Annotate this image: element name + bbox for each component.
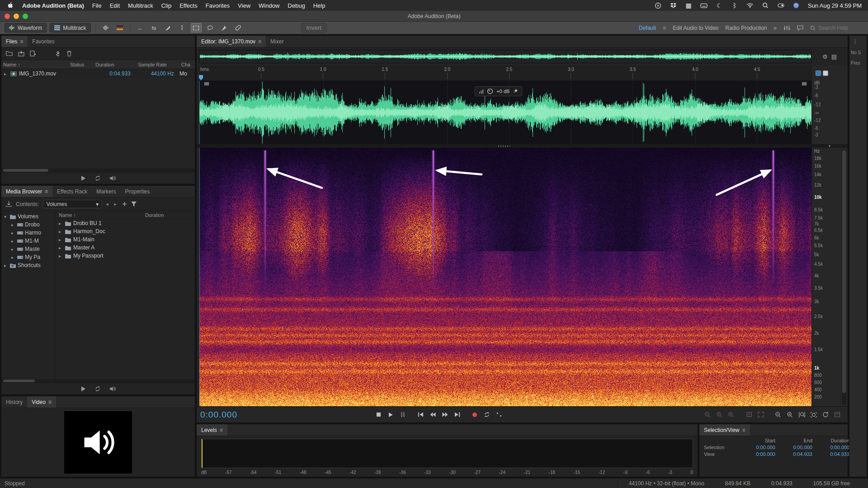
play-button[interactable] <box>385 410 396 419</box>
column-sample-rate[interactable]: Sample Rate <box>136 62 179 67</box>
stop-button[interactable] <box>373 410 384 419</box>
menubar-app-name[interactable]: Adobe Audition (Beta) <box>22 2 84 9</box>
splitter-grip[interactable] <box>498 145 510 147</box>
pause-button[interactable] <box>397 410 409 419</box>
skip-to-start-button[interactable] <box>415 410 426 419</box>
media-list-item[interactable]: ▸ Drobo BU 1 <box>55 219 195 227</box>
selection-handle-left[interactable] <box>204 82 209 86</box>
window-grid-icon[interactable]: ▦ <box>685 2 693 9</box>
preview-play-button[interactable] <box>81 386 85 391</box>
tree-item-volume[interactable]: ▸ Maste <box>1 245 55 253</box>
search-help-field[interactable] <box>810 25 863 31</box>
waveform-display[interactable]: +0 dB <box>199 81 811 144</box>
disclosure-icon[interactable]: ▸ <box>4 263 8 268</box>
workspace-item[interactable]: Edit Audio to Video <box>673 25 718 31</box>
playhead-marker[interactable] <box>199 75 203 80</box>
panel-menu-icon[interactable]: ≡ <box>220 427 223 433</box>
tab-favorites[interactable]: Favorites <box>28 36 59 47</box>
disclosure-icon[interactable]: ▸ <box>11 255 15 260</box>
timeline-ruler[interactable]: hms 0.51.01.52.02.53.03.54.04.5 <box>199 66 811 81</box>
menubar-menu-item[interactable]: Favorites <box>206 2 230 9</box>
list-column-duration[interactable]: Duration <box>145 212 195 218</box>
tree-item-volume[interactable]: ▸ My Pa <box>1 253 55 261</box>
keyboard-icon[interactable] <box>700 2 708 9</box>
preview-loop-button[interactable] <box>94 176 101 181</box>
close-window-button[interactable] <box>5 14 10 19</box>
spectrogram-display[interactable] <box>199 148 811 406</box>
import-icon[interactable] <box>6 201 12 207</box>
disclosure-icon[interactable]: ▸ <box>11 239 15 244</box>
control-center-icon[interactable] <box>777 2 785 9</box>
siri-icon[interactable] <box>793 2 800 9</box>
menubar-menu-item[interactable]: Help <box>313 2 326 9</box>
disclosure-icon[interactable]: ▸ <box>59 229 63 234</box>
disclosure-icon[interactable]: ▸ <box>4 71 8 76</box>
zoom-selection-button[interactable] <box>726 410 736 419</box>
panel-menu-icon[interactable]: ≡ <box>20 38 23 45</box>
column-name[interactable]: Name ↑ <box>1 62 68 67</box>
zoom-reset-button[interactable] <box>744 410 754 419</box>
trash-icon[interactable] <box>66 51 72 56</box>
tab-editor[interactable]: Editor: IMG_1370.mov≡ <box>197 36 266 47</box>
skip-to-end-button[interactable] <box>452 410 463 419</box>
tab-video[interactable]: Video≡ <box>27 396 56 408</box>
collapsed-panel-label[interactable]: No S <box>851 50 861 55</box>
list-column-name[interactable]: Name ↑ <box>59 212 145 218</box>
tab-selection-view[interactable]: Selection/View≡ <box>699 424 750 436</box>
panel-layout-icon[interactable]: ▤ <box>831 53 837 60</box>
panel-menu-icon[interactable]: ≡ <box>48 399 52 405</box>
sv-selection-start[interactable]: 0:00.000 <box>738 445 775 450</box>
preview-autoplay-button[interactable] <box>110 386 116 391</box>
zoom-out-time-button[interactable] <box>808 410 819 419</box>
slip-tool-icon[interactable]: ⇆ <box>149 23 160 33</box>
file-row[interactable]: ▸ IMG_1370.mov 0:04.933 44100 Hz Mo <box>1 69 195 78</box>
zoom-preset-button[interactable] <box>832 410 842 419</box>
video-frame[interactable] <box>64 411 132 474</box>
record-button[interactable] <box>469 410 481 419</box>
selection-handle-right[interactable] <box>802 82 807 86</box>
panel-tab[interactable]: Markers <box>92 186 120 197</box>
sv-view-duration[interactable]: 0:04.933 <box>812 451 849 457</box>
disclosure-icon[interactable]: ▸ <box>59 245 63 250</box>
tree-item-shortcuts[interactable]: ▸ Shortcuts <box>1 261 55 269</box>
disclosure-icon[interactable]: ▸ <box>59 253 63 258</box>
panel-menu-icon[interactable]: ≡ <box>45 188 48 195</box>
media-list-item[interactable]: ▸ M1-Main <box>55 235 195 244</box>
wifi-icon[interactable] <box>746 2 754 9</box>
refresh-view-button[interactable] <box>820 410 830 419</box>
sv-view-end[interactable]: 0:04.933 <box>775 451 812 457</box>
tree-item-volumes[interactable]: ▾ Volumes <box>1 212 55 221</box>
menubar-menu-item[interactable]: Debug <box>288 2 305 9</box>
menubar-menu-item[interactable]: View <box>238 2 250 9</box>
disclosure-icon[interactable]: ▾ <box>4 214 8 219</box>
zoom-window-button[interactable] <box>23 14 28 19</box>
sv-view-start[interactable]: 0:00.000 <box>738 451 775 457</box>
minimize-window-button[interactable] <box>14 14 19 19</box>
lasso-selection-tool-icon[interactable] <box>205 23 216 33</box>
disclosure-icon[interactable]: ▸ <box>59 221 63 226</box>
multitrack-view-button[interactable]: Multitrack <box>50 23 90 33</box>
zoom-full-button[interactable] <box>755 410 766 419</box>
panel-tab[interactable]: Effects Rack <box>52 186 92 197</box>
sv-selection-end[interactable]: 0:00.000 <box>775 445 812 450</box>
workspace-default[interactable]: Default <box>639 25 656 31</box>
disclosure-icon[interactable]: ▸ <box>11 230 15 235</box>
invert-button[interactable]: Invert <box>301 23 327 33</box>
gain-hud[interactable]: +0 dB <box>475 86 522 96</box>
back-icon[interactable]: ◂ <box>106 202 110 206</box>
zoom-out-button[interactable] <box>773 410 783 419</box>
paintbrush-selection-tool-icon[interactable] <box>219 23 230 33</box>
media-horizontal-scrollbar[interactable] <box>1 379 195 383</box>
panel-menu-icon[interactable]: ≡ <box>258 38 261 45</box>
marquee-selection-tool-icon[interactable] <box>191 23 202 33</box>
workspace-item[interactable]: Radio Production <box>725 25 767 31</box>
show-spectral-display-toggle[interactable] <box>114 23 125 33</box>
panel-menu-icon[interactable]: ≡ <box>742 427 745 433</box>
media-list-item[interactable]: ▸ Harmon_Doc <box>55 227 195 235</box>
files-list-empty-area[interactable] <box>1 78 195 169</box>
bluetooth-icon[interactable]: ᛒ <box>731 2 739 9</box>
display-splitter[interactable]: ▾ <box>197 144 848 148</box>
loop-playback-button[interactable] <box>481 410 493 419</box>
add-shortcut-icon[interactable] <box>122 202 127 206</box>
zoom-in-button[interactable] <box>785 410 795 419</box>
